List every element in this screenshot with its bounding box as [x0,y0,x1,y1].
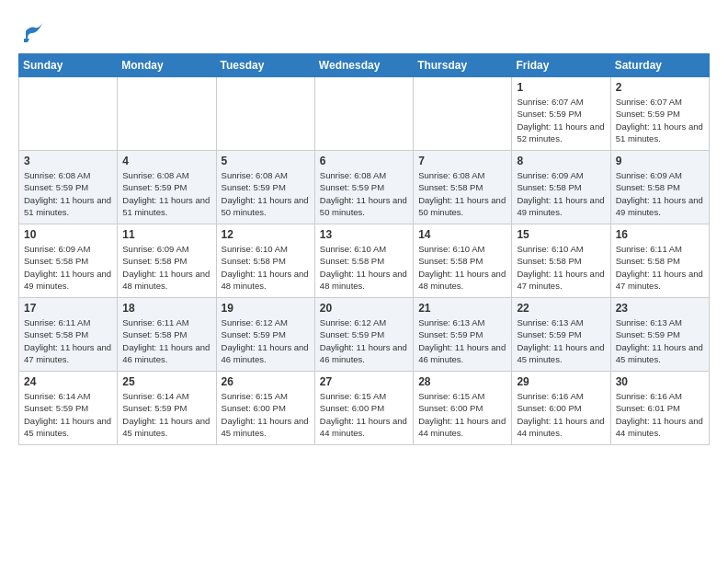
page: SundayMondayTuesdayWednesdayThursdayFrid… [0,0,728,454]
day-number: 5 [222,155,310,167]
calendar-cell: 19Sunrise: 6:12 AM Sunset: 5:59 PM Dayli… [216,298,314,372]
day-number: 7 [418,155,506,167]
day-info: Sunrise: 6:08 AM Sunset: 5:59 PM Dayligh… [24,169,112,218]
calendar-cell: 15Sunrise: 6:10 AM Sunset: 5:58 PM Dayli… [512,224,610,298]
day-info: Sunrise: 6:11 AM Sunset: 5:58 PM Dayligh… [24,316,112,365]
calendar-cell: 21Sunrise: 6:13 AM Sunset: 5:59 PM Dayli… [414,298,512,372]
week-row-0: 1Sunrise: 6:07 AM Sunset: 5:59 PM Daylig… [19,77,710,151]
calendar-cell [314,77,413,151]
calendar-cell: 30Sunrise: 6:16 AM Sunset: 6:01 PM Dayli… [610,372,709,445]
logo [18,18,50,44]
day-info: Sunrise: 6:09 AM Sunset: 5:58 PM Dayligh… [616,169,704,218]
weekday-header-wednesday: Wednesday [314,54,413,77]
weekday-header-saturday: Saturday [610,54,709,77]
calendar-cell: 7Sunrise: 6:08 AM Sunset: 5:58 PM Daylig… [414,151,512,224]
week-row-4: 24Sunrise: 6:14 AM Sunset: 5:59 PM Dayli… [19,372,710,445]
day-number: 8 [517,155,605,167]
day-info: Sunrise: 6:10 AM Sunset: 5:58 PM Dayligh… [222,243,310,292]
calendar-cell: 23Sunrise: 6:13 AM Sunset: 5:59 PM Dayli… [610,298,709,372]
day-info: Sunrise: 6:09 AM Sunset: 5:58 PM Dayligh… [24,243,112,292]
weekday-header-sunday: Sunday [19,54,118,77]
day-info: Sunrise: 6:09 AM Sunset: 5:58 PM Dayligh… [517,169,605,218]
calendar-cell: 24Sunrise: 6:14 AM Sunset: 5:59 PM Dayli… [19,372,118,445]
week-row-3: 17Sunrise: 6:11 AM Sunset: 5:58 PM Dayli… [19,298,710,372]
day-info: Sunrise: 6:12 AM Sunset: 5:59 PM Dayligh… [222,316,310,365]
day-number: 16 [616,228,704,241]
day-info: Sunrise: 6:13 AM Sunset: 5:59 PM Dayligh… [517,316,605,365]
logo-icon [18,18,46,44]
day-number: 29 [517,375,605,388]
calendar-cell: 20Sunrise: 6:12 AM Sunset: 5:59 PM Dayli… [314,298,413,372]
day-number: 14 [418,228,506,241]
day-number: 1 [517,81,605,94]
day-number: 18 [122,302,210,315]
calendar-cell [19,77,118,151]
day-number: 13 [320,228,408,241]
calendar-cell [118,77,216,151]
day-number: 12 [222,228,310,241]
calendar-cell: 18Sunrise: 6:11 AM Sunset: 5:58 PM Dayli… [118,298,216,372]
day-number: 4 [122,155,210,167]
calendar-cell: 11Sunrise: 6:09 AM Sunset: 5:58 PM Dayli… [118,224,216,298]
day-number: 6 [320,155,408,167]
day-info: Sunrise: 6:15 AM Sunset: 6:00 PM Dayligh… [222,390,310,439]
day-info: Sunrise: 6:11 AM Sunset: 5:58 PM Dayligh… [122,316,210,365]
day-number: 15 [517,228,605,241]
day-info: Sunrise: 6:07 AM Sunset: 5:59 PM Dayligh… [616,96,704,144]
day-info: Sunrise: 6:11 AM Sunset: 5:58 PM Dayligh… [616,243,704,292]
calendar-cell: 26Sunrise: 6:15 AM Sunset: 6:00 PM Dayli… [216,372,314,445]
day-number: 23 [616,302,704,315]
day-info: Sunrise: 6:10 AM Sunset: 5:58 PM Dayligh… [517,243,605,292]
calendar-cell: 1Sunrise: 6:07 AM Sunset: 5:59 PM Daylig… [512,77,610,151]
day-info: Sunrise: 6:16 AM Sunset: 6:01 PM Dayligh… [616,390,704,439]
day-number: 30 [616,375,704,388]
calendar-cell: 14Sunrise: 6:10 AM Sunset: 5:58 PM Dayli… [414,224,512,298]
weekday-header-monday: Monday [118,54,216,77]
calendar-cell [216,77,314,151]
calendar-cell: 6Sunrise: 6:08 AM Sunset: 5:59 PM Daylig… [314,151,413,224]
calendar-cell: 3Sunrise: 6:08 AM Sunset: 5:59 PM Daylig… [19,151,118,224]
calendar-cell: 22Sunrise: 6:13 AM Sunset: 5:59 PM Dayli… [512,298,610,372]
day-number: 19 [222,302,310,315]
day-number: 10 [24,228,112,241]
day-info: Sunrise: 6:15 AM Sunset: 6:00 PM Dayligh… [320,390,408,439]
day-info: Sunrise: 6:10 AM Sunset: 5:58 PM Dayligh… [320,243,408,292]
day-info: Sunrise: 6:08 AM Sunset: 5:58 PM Dayligh… [418,169,506,218]
day-info: Sunrise: 6:08 AM Sunset: 5:59 PM Dayligh… [320,169,408,218]
day-number: 17 [24,302,112,315]
calendar: SundayMondayTuesdayWednesdayThursdayFrid… [18,53,710,445]
calendar-cell: 27Sunrise: 6:15 AM Sunset: 6:00 PM Dayli… [314,372,413,445]
day-number: 21 [418,302,506,315]
day-number: 9 [616,155,704,167]
weekday-header-row: SundayMondayTuesdayWednesdayThursdayFrid… [19,54,710,77]
calendar-cell: 8Sunrise: 6:09 AM Sunset: 5:58 PM Daylig… [512,151,610,224]
calendar-cell: 17Sunrise: 6:11 AM Sunset: 5:58 PM Dayli… [19,298,118,372]
calendar-cell: 16Sunrise: 6:11 AM Sunset: 5:58 PM Dayli… [610,224,709,298]
day-number: 25 [122,375,210,388]
calendar-cell: 28Sunrise: 6:15 AM Sunset: 6:00 PM Dayli… [414,372,512,445]
calendar-cell [414,77,512,151]
day-number: 28 [418,375,506,388]
day-info: Sunrise: 6:13 AM Sunset: 5:59 PM Dayligh… [418,316,506,365]
day-number: 22 [517,302,605,315]
day-number: 11 [122,228,210,241]
day-info: Sunrise: 6:14 AM Sunset: 5:59 PM Dayligh… [24,390,112,439]
calendar-cell: 12Sunrise: 6:10 AM Sunset: 5:58 PM Dayli… [216,224,314,298]
calendar-cell: 10Sunrise: 6:09 AM Sunset: 5:58 PM Dayli… [19,224,118,298]
day-info: Sunrise: 6:14 AM Sunset: 5:59 PM Dayligh… [122,390,210,439]
day-number: 27 [320,375,408,388]
day-info: Sunrise: 6:08 AM Sunset: 5:59 PM Dayligh… [122,169,210,218]
day-info: Sunrise: 6:07 AM Sunset: 5:59 PM Dayligh… [517,96,605,144]
day-info: Sunrise: 6:08 AM Sunset: 5:59 PM Dayligh… [222,169,310,218]
day-info: Sunrise: 6:09 AM Sunset: 5:58 PM Dayligh… [122,243,210,292]
day-info: Sunrise: 6:16 AM Sunset: 6:00 PM Dayligh… [517,390,605,439]
day-info: Sunrise: 6:10 AM Sunset: 5:58 PM Dayligh… [418,243,506,292]
day-info: Sunrise: 6:12 AM Sunset: 5:59 PM Dayligh… [320,316,408,365]
weekday-header-friday: Friday [512,54,610,77]
day-info: Sunrise: 6:13 AM Sunset: 5:59 PM Dayligh… [616,316,704,365]
calendar-cell: 25Sunrise: 6:14 AM Sunset: 5:59 PM Dayli… [118,372,216,445]
week-row-1: 3Sunrise: 6:08 AM Sunset: 5:59 PM Daylig… [19,151,710,224]
calendar-cell: 29Sunrise: 6:16 AM Sunset: 6:00 PM Dayli… [512,372,610,445]
calendar-cell: 5Sunrise: 6:08 AM Sunset: 5:59 PM Daylig… [216,151,314,224]
week-row-2: 10Sunrise: 6:09 AM Sunset: 5:58 PM Dayli… [19,224,710,298]
